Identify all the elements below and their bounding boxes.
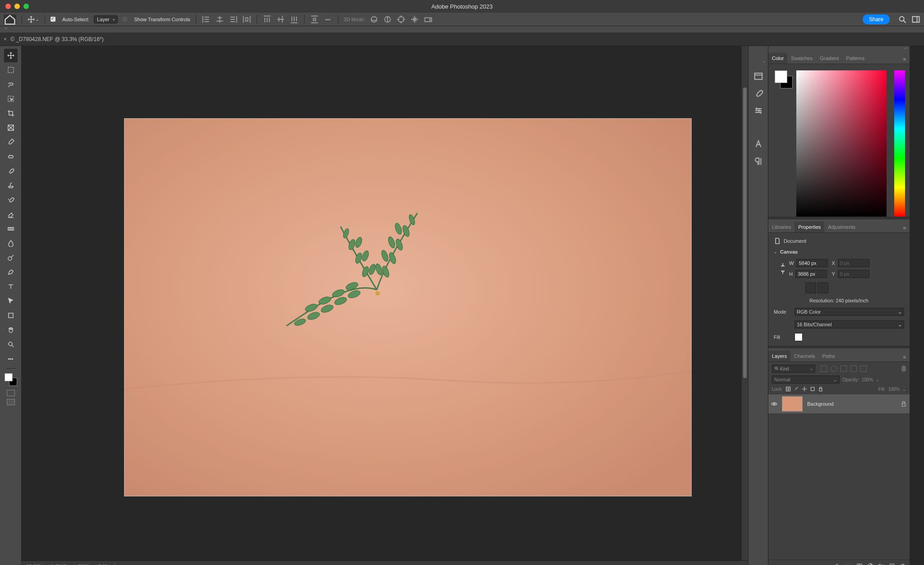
layer-visibility-icon[interactable] xyxy=(771,401,777,407)
blend-mode-select[interactable]: Normal xyxy=(772,375,840,384)
minimize-window-button[interactable] xyxy=(14,4,20,9)
delete-layer-icon[interactable] xyxy=(900,563,906,565)
new-group-icon[interactable] xyxy=(878,563,884,565)
crop-tool[interactable] xyxy=(4,107,18,120)
3d-pan-icon[interactable] xyxy=(397,15,406,24)
saturation-value-picker[interactable] xyxy=(796,70,887,217)
swatches-tab[interactable]: Swatches xyxy=(787,53,816,64)
filter-adjustment-icon[interactable] xyxy=(831,366,837,372)
layers-panel-menu-icon[interactable]: ≡ xyxy=(900,352,910,361)
workspace-button[interactable] xyxy=(911,15,920,24)
color-panel-menu-icon[interactable]: ≡ xyxy=(900,55,910,64)
3d-slide-icon[interactable] xyxy=(410,15,419,24)
canvas-width-input[interactable]: 5840 px xyxy=(796,259,828,267)
panel-fg-swatch[interactable] xyxy=(775,70,787,83)
lock-artboard-icon[interactable] xyxy=(810,386,815,392)
adjustments-panel-icon[interactable] xyxy=(753,106,763,116)
panel-fg-bg-swatch[interactable] xyxy=(775,70,793,88)
align-distribute-icon[interactable] xyxy=(242,15,251,24)
object-select-tool[interactable] xyxy=(4,92,18,106)
move-tool[interactable] xyxy=(4,49,18,62)
brushes-panel-icon[interactable] xyxy=(753,88,763,98)
patterns-tab[interactable]: Patterns xyxy=(842,53,868,64)
layer-opacity-value[interactable]: 100% xyxy=(862,377,873,382)
more-align-icon[interactable]: ••• xyxy=(323,15,333,24)
edit-toolbar-button[interactable]: ••• xyxy=(4,352,18,366)
lock-position-icon[interactable] xyxy=(802,386,807,392)
align-bottom-icon[interactable] xyxy=(290,15,299,24)
close-window-button[interactable] xyxy=(5,4,11,9)
eraser-tool[interactable] xyxy=(4,208,18,221)
lock-pixels-icon[interactable] xyxy=(794,386,799,392)
orientation-landscape-button[interactable] xyxy=(818,282,828,293)
filter-type-icon[interactable] xyxy=(841,366,847,372)
align-left-icon[interactable] xyxy=(202,15,211,24)
3d-orbit-icon[interactable] xyxy=(370,15,379,24)
layer-name[interactable]: Background xyxy=(807,401,834,407)
layer-thumbnail[interactable] xyxy=(782,396,803,412)
lasso-tool[interactable] xyxy=(4,78,18,91)
layer-row[interactable]: Background xyxy=(768,394,910,413)
paragraph-panel-icon[interactable] xyxy=(753,156,763,166)
show-transform-checkbox[interactable] xyxy=(122,17,127,22)
healing-brush-tool[interactable] xyxy=(4,150,18,163)
libraries-tab[interactable]: Libraries xyxy=(768,222,795,232)
canvas-area[interactable]: 33.33% © 5840 px x 3886 px (240 ppi) › xyxy=(22,46,748,565)
clone-stamp-tool[interactable] xyxy=(4,179,18,192)
adjustments-tab[interactable]: Adjustments xyxy=(824,222,859,232)
color-mode-select[interactable]: RGB Color xyxy=(795,308,904,316)
status-chevron-icon[interactable]: › xyxy=(124,564,126,565)
orientation-portrait-button[interactable] xyxy=(805,282,816,293)
auto-select-checkbox[interactable] xyxy=(51,17,55,22)
channels-tab[interactable]: Channels xyxy=(790,351,818,361)
blur-tool[interactable] xyxy=(4,236,18,250)
align-top-icon[interactable] xyxy=(263,15,272,24)
link-layers-icon[interactable] xyxy=(835,563,841,565)
search-button[interactable] xyxy=(898,15,907,24)
lock-all-icon[interactable] xyxy=(818,386,823,392)
auto-select-target-select[interactable]: Layer xyxy=(94,15,118,23)
layer-lock-icon[interactable] xyxy=(901,401,907,407)
hue-slider[interactable] xyxy=(894,70,905,217)
layer-fill-value[interactable]: 100% xyxy=(888,387,900,392)
vertical-scrollbar[interactable] xyxy=(742,46,748,565)
layer-filter-kind-select[interactable]: Kind xyxy=(772,365,815,373)
new-layer-icon[interactable] xyxy=(889,563,895,565)
lock-transparency-icon[interactable] xyxy=(785,386,791,392)
brush-tool[interactable] xyxy=(4,164,18,178)
path-select-tool[interactable] xyxy=(4,294,18,308)
filter-smart-icon[interactable] xyxy=(860,366,867,372)
filter-shape-icon[interactable] xyxy=(850,366,857,372)
new-adjustment-layer-icon[interactable] xyxy=(867,563,873,565)
document-tab[interactable]: × © _D780428.NEF @ 33.3% (RGB/16*) xyxy=(4,36,103,42)
close-tab-icon[interactable]: × xyxy=(4,36,7,42)
gradient-tool[interactable] xyxy=(4,222,18,236)
color-tab[interactable]: Color xyxy=(768,53,787,64)
tool-preset-picker[interactable]: ⌄ xyxy=(28,16,39,23)
3d-camera-icon[interactable] xyxy=(424,15,433,24)
filter-toggle-switch[interactable] xyxy=(901,366,906,372)
maximize-window-button[interactable] xyxy=(23,4,29,9)
quick-mask-button[interactable] xyxy=(7,390,15,396)
type-tool[interactable] xyxy=(4,280,18,293)
disclosure-icon[interactable]: ⌄ xyxy=(774,250,777,254)
foreground-background-swatch[interactable] xyxy=(5,373,17,386)
paths-tab[interactable]: Paths xyxy=(819,351,839,361)
history-brush-tool[interactable] xyxy=(4,193,18,207)
properties-panel-menu-icon[interactable]: ≡ xyxy=(900,223,910,232)
canvas-y-input[interactable]: 0 px xyxy=(838,270,869,278)
share-button[interactable]: Share xyxy=(863,14,890,24)
layer-mask-icon[interactable] xyxy=(856,563,863,565)
screen-mode-button[interactable] xyxy=(7,399,15,405)
foreground-color-swatch[interactable] xyxy=(5,373,13,381)
history-panel-icon[interactable] xyxy=(753,71,763,81)
dodge-tool[interactable] xyxy=(4,251,18,264)
align-middle-icon[interactable] xyxy=(276,15,285,24)
document-dimensions[interactable]: © 5840 px x 3886 px (240 ppi) xyxy=(50,564,117,565)
canvas-section-label[interactable]: Canvas xyxy=(780,249,798,255)
home-button[interactable] xyxy=(4,14,16,24)
layers-tab[interactable]: Layers xyxy=(768,351,790,361)
shape-tool[interactable] xyxy=(4,309,18,322)
layer-style-icon[interactable]: fx xyxy=(845,563,852,565)
align-right-icon[interactable] xyxy=(229,15,238,24)
